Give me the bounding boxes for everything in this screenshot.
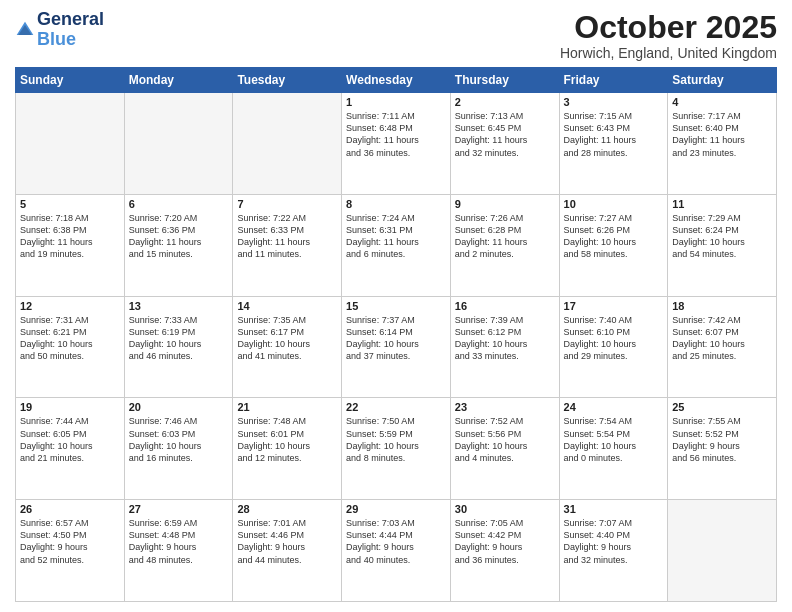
day-number: 5 <box>20 198 120 210</box>
day-number: 7 <box>237 198 337 210</box>
cell-daylight-text: Sunrise: 7:50 AM Sunset: 5:59 PM Dayligh… <box>346 415 446 464</box>
cell-daylight-text: Sunrise: 7:13 AM Sunset: 6:45 PM Dayligh… <box>455 110 555 159</box>
day-number: 24 <box>564 401 664 413</box>
weekday-header: Wednesday <box>342 68 451 93</box>
cell-daylight-text: Sunrise: 7:17 AM Sunset: 6:40 PM Dayligh… <box>672 110 772 159</box>
calendar-cell: 10Sunrise: 7:27 AM Sunset: 6:26 PM Dayli… <box>559 194 668 296</box>
day-number: 4 <box>672 96 772 108</box>
day-number: 14 <box>237 300 337 312</box>
calendar-cell: 11Sunrise: 7:29 AM Sunset: 6:24 PM Dayli… <box>668 194 777 296</box>
cell-daylight-text: Sunrise: 7:44 AM Sunset: 6:05 PM Dayligh… <box>20 415 120 464</box>
day-number: 21 <box>237 401 337 413</box>
calendar-cell: 4Sunrise: 7:17 AM Sunset: 6:40 PM Daylig… <box>668 93 777 195</box>
day-number: 17 <box>564 300 664 312</box>
calendar-cell: 28Sunrise: 7:01 AM Sunset: 4:46 PM Dayli… <box>233 500 342 602</box>
calendar-cell: 18Sunrise: 7:42 AM Sunset: 6:07 PM Dayli… <box>668 296 777 398</box>
calendar-cell: 30Sunrise: 7:05 AM Sunset: 4:42 PM Dayli… <box>450 500 559 602</box>
day-number: 6 <box>129 198 229 210</box>
weekday-header: Monday <box>124 68 233 93</box>
day-number: 13 <box>129 300 229 312</box>
month-title: October 2025 <box>560 10 777 45</box>
day-number: 27 <box>129 503 229 515</box>
cell-daylight-text: Sunrise: 7:11 AM Sunset: 6:48 PM Dayligh… <box>346 110 446 159</box>
day-number: 3 <box>564 96 664 108</box>
calendar-cell: 1Sunrise: 7:11 AM Sunset: 6:48 PM Daylig… <box>342 93 451 195</box>
cell-daylight-text: Sunrise: 7:40 AM Sunset: 6:10 PM Dayligh… <box>564 314 664 363</box>
day-number: 26 <box>20 503 120 515</box>
cell-daylight-text: Sunrise: 7:33 AM Sunset: 6:19 PM Dayligh… <box>129 314 229 363</box>
title-block: October 2025 Horwich, England, United Ki… <box>560 10 777 61</box>
cell-daylight-text: Sunrise: 7:03 AM Sunset: 4:44 PM Dayligh… <box>346 517 446 566</box>
location: Horwich, England, United Kingdom <box>560 45 777 61</box>
calendar-cell: 17Sunrise: 7:40 AM Sunset: 6:10 PM Dayli… <box>559 296 668 398</box>
day-number: 30 <box>455 503 555 515</box>
calendar-cell: 8Sunrise: 7:24 AM Sunset: 6:31 PM Daylig… <box>342 194 451 296</box>
cell-daylight-text: Sunrise: 7:26 AM Sunset: 6:28 PM Dayligh… <box>455 212 555 261</box>
day-number: 29 <box>346 503 446 515</box>
calendar-cell: 26Sunrise: 6:57 AM Sunset: 4:50 PM Dayli… <box>16 500 125 602</box>
calendar-cell: 25Sunrise: 7:55 AM Sunset: 5:52 PM Dayli… <box>668 398 777 500</box>
calendar-table: SundayMondayTuesdayWednesdayThursdayFrid… <box>15 67 777 602</box>
day-number: 16 <box>455 300 555 312</box>
day-number: 18 <box>672 300 772 312</box>
day-number: 23 <box>455 401 555 413</box>
cell-daylight-text: Sunrise: 7:22 AM Sunset: 6:33 PM Dayligh… <box>237 212 337 261</box>
calendar-cell: 29Sunrise: 7:03 AM Sunset: 4:44 PM Dayli… <box>342 500 451 602</box>
header: General Blue October 2025 Horwich, Engla… <box>15 10 777 61</box>
logo-icon <box>15 20 35 40</box>
cell-daylight-text: Sunrise: 7:39 AM Sunset: 6:12 PM Dayligh… <box>455 314 555 363</box>
calendar-row: 26Sunrise: 6:57 AM Sunset: 4:50 PM Dayli… <box>16 500 777 602</box>
cell-daylight-text: Sunrise: 7:07 AM Sunset: 4:40 PM Dayligh… <box>564 517 664 566</box>
day-number: 10 <box>564 198 664 210</box>
day-number: 15 <box>346 300 446 312</box>
calendar-cell: 31Sunrise: 7:07 AM Sunset: 4:40 PM Dayli… <box>559 500 668 602</box>
cell-daylight-text: Sunrise: 7:37 AM Sunset: 6:14 PM Dayligh… <box>346 314 446 363</box>
calendar-cell: 3Sunrise: 7:15 AM Sunset: 6:43 PM Daylig… <box>559 93 668 195</box>
calendar-cell: 12Sunrise: 7:31 AM Sunset: 6:21 PM Dayli… <box>16 296 125 398</box>
cell-daylight-text: Sunrise: 7:52 AM Sunset: 5:56 PM Dayligh… <box>455 415 555 464</box>
calendar-cell: 16Sunrise: 7:39 AM Sunset: 6:12 PM Dayli… <box>450 296 559 398</box>
weekday-header: Sunday <box>16 68 125 93</box>
calendar-cell <box>124 93 233 195</box>
calendar-cell: 9Sunrise: 7:26 AM Sunset: 6:28 PM Daylig… <box>450 194 559 296</box>
cell-daylight-text: Sunrise: 7:54 AM Sunset: 5:54 PM Dayligh… <box>564 415 664 464</box>
calendar-cell: 15Sunrise: 7:37 AM Sunset: 6:14 PM Dayli… <box>342 296 451 398</box>
cell-daylight-text: Sunrise: 7:46 AM Sunset: 6:03 PM Dayligh… <box>129 415 229 464</box>
calendar-cell: 21Sunrise: 7:48 AM Sunset: 6:01 PM Dayli… <box>233 398 342 500</box>
cell-daylight-text: Sunrise: 7:48 AM Sunset: 6:01 PM Dayligh… <box>237 415 337 464</box>
cell-daylight-text: Sunrise: 7:29 AM Sunset: 6:24 PM Dayligh… <box>672 212 772 261</box>
day-number: 19 <box>20 401 120 413</box>
cell-daylight-text: Sunrise: 6:59 AM Sunset: 4:48 PM Dayligh… <box>129 517 229 566</box>
day-number: 2 <box>455 96 555 108</box>
cell-daylight-text: Sunrise: 7:20 AM Sunset: 6:36 PM Dayligh… <box>129 212 229 261</box>
day-number: 28 <box>237 503 337 515</box>
cell-daylight-text: Sunrise: 7:42 AM Sunset: 6:07 PM Dayligh… <box>672 314 772 363</box>
calendar-cell: 20Sunrise: 7:46 AM Sunset: 6:03 PM Dayli… <box>124 398 233 500</box>
calendar-cell: 23Sunrise: 7:52 AM Sunset: 5:56 PM Dayli… <box>450 398 559 500</box>
calendar-cell: 5Sunrise: 7:18 AM Sunset: 6:38 PM Daylig… <box>16 194 125 296</box>
day-number: 20 <box>129 401 229 413</box>
logo-text: General Blue <box>37 10 104 50</box>
cell-daylight-text: Sunrise: 6:57 AM Sunset: 4:50 PM Dayligh… <box>20 517 120 566</box>
day-number: 31 <box>564 503 664 515</box>
cell-daylight-text: Sunrise: 7:24 AM Sunset: 6:31 PM Dayligh… <box>346 212 446 261</box>
calendar-cell: 19Sunrise: 7:44 AM Sunset: 6:05 PM Dayli… <box>16 398 125 500</box>
weekday-header: Tuesday <box>233 68 342 93</box>
day-number: 11 <box>672 198 772 210</box>
cell-daylight-text: Sunrise: 7:35 AM Sunset: 6:17 PM Dayligh… <box>237 314 337 363</box>
day-number: 8 <box>346 198 446 210</box>
weekday-header: Saturday <box>668 68 777 93</box>
calendar-row: 1Sunrise: 7:11 AM Sunset: 6:48 PM Daylig… <box>16 93 777 195</box>
cell-daylight-text: Sunrise: 7:15 AM Sunset: 6:43 PM Dayligh… <box>564 110 664 159</box>
logo: General Blue <box>15 10 104 50</box>
page: General Blue October 2025 Horwich, Engla… <box>0 0 792 612</box>
calendar-cell: 22Sunrise: 7:50 AM Sunset: 5:59 PM Dayli… <box>342 398 451 500</box>
calendar-cell: 27Sunrise: 6:59 AM Sunset: 4:48 PM Dayli… <box>124 500 233 602</box>
calendar-cell: 24Sunrise: 7:54 AM Sunset: 5:54 PM Dayli… <box>559 398 668 500</box>
cell-daylight-text: Sunrise: 7:05 AM Sunset: 4:42 PM Dayligh… <box>455 517 555 566</box>
cell-daylight-text: Sunrise: 7:18 AM Sunset: 6:38 PM Dayligh… <box>20 212 120 261</box>
calendar-cell: 14Sunrise: 7:35 AM Sunset: 6:17 PM Dayli… <box>233 296 342 398</box>
day-number: 1 <box>346 96 446 108</box>
calendar-row: 19Sunrise: 7:44 AM Sunset: 6:05 PM Dayli… <box>16 398 777 500</box>
day-number: 22 <box>346 401 446 413</box>
